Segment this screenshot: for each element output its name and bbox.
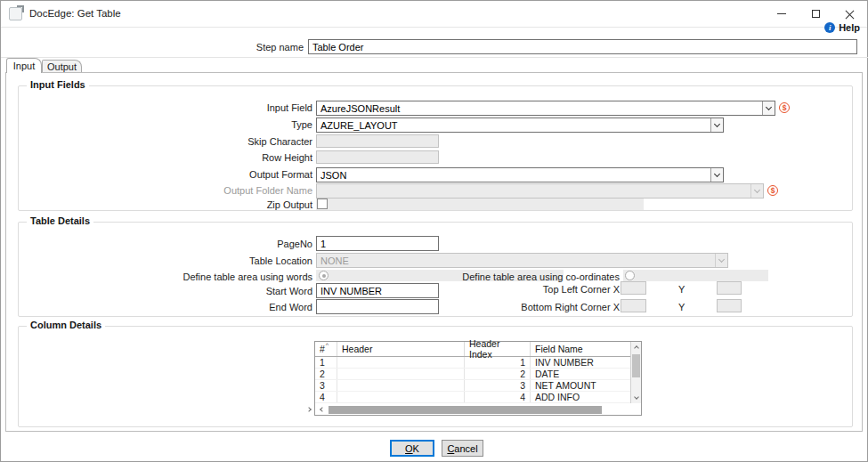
top-left-x-input <box>621 281 646 295</box>
table-row[interactable]: 1 1 INV NUMBER <box>315 357 630 369</box>
help-link[interactable]: i Help <box>824 21 860 33</box>
define-coords-label: Define table area using co-ordinates <box>402 272 620 282</box>
step-name-input[interactable] <box>308 39 857 54</box>
group-input-fields: Input Fields Input Field AzureJSONResult… <box>18 85 853 211</box>
cell-num: 1 <box>315 357 337 368</box>
row-height-label: Row Height <box>134 152 312 163</box>
zip-output-strip <box>316 199 644 210</box>
scroll-down-button[interactable] <box>631 393 641 403</box>
vertical-scroll-thumb[interactable] <box>632 354 640 377</box>
cell-num: 3 <box>315 380 337 391</box>
scroll-left-button[interactable] <box>315 404 327 415</box>
step-name-label: Step name <box>206 42 304 53</box>
header-divider <box>1 57 868 58</box>
sort-asc-icon: ^ <box>326 343 329 347</box>
define-coords-radio[interactable] <box>625 271 635 280</box>
chevron-down-icon <box>714 121 720 127</box>
output-folder-variable-icon[interactable]: $ <box>767 185 778 196</box>
ok-button[interactable]: OK <box>390 440 434 457</box>
tab-output[interactable]: Output <box>42 60 82 73</box>
grid-header-num[interactable]: # ^ <box>315 342 337 356</box>
page-no-label: PageNo <box>134 239 312 249</box>
ok-key: O <box>405 443 413 454</box>
output-folder-name-dropdown-button <box>750 184 763 198</box>
input-field-label: Input Field <box>134 102 312 113</box>
cancel-rest: ancel <box>454 443 477 454</box>
table-row[interactable]: 4 4 ADD INFO <box>315 392 630 403</box>
info-icon: i <box>824 22 835 33</box>
chevron-left-icon <box>320 407 325 412</box>
group-column-details: Column Details # ^ Header Header Index F… <box>18 326 853 427</box>
cell-field-name: ADD INFO <box>531 392 630 402</box>
cell-header <box>337 369 465 379</box>
vertical-scrollbar[interactable] <box>630 342 641 403</box>
help-label: Help <box>839 22 860 33</box>
start-word-label: Start Word <box>134 286 312 296</box>
page-no-input[interactable] <box>316 236 439 251</box>
chevron-down-icon <box>766 104 772 110</box>
cell-header-index: 4 <box>465 392 531 402</box>
output-format-label: Output Format <box>134 169 312 180</box>
title-bar: DocEdge: Get Table <box>1 1 867 28</box>
cell-num: 4 <box>315 392 337 402</box>
type-combo[interactable]: AZURE_LAYOUT <box>316 118 724 133</box>
cell-field-name: DATE <box>531 369 630 379</box>
zip-output-label: Zip Output <box>134 199 312 210</box>
cell-header-index: 2 <box>465 369 531 379</box>
grid-header-field-name[interactable]: Field Name <box>531 342 630 356</box>
cell-header <box>337 357 465 368</box>
grid-header-num-label: # <box>320 344 325 354</box>
table-row[interactable]: 2 2 DATE <box>315 369 630 380</box>
table-location-dropdown-button <box>715 254 727 267</box>
scroll-right-button[interactable] <box>304 404 315 415</box>
top-left-y-label: Y <box>678 284 689 295</box>
grid-header-header-index[interactable]: Header Index <box>465 342 531 356</box>
top-left-y-input <box>717 281 742 295</box>
table-location-combo: NONE <box>316 253 728 268</box>
grid-header-header[interactable]: Header <box>337 342 465 356</box>
cell-header <box>337 392 465 402</box>
minimize-icon <box>777 13 786 14</box>
table-location-value: NONE <box>320 255 715 266</box>
chevron-down-icon <box>718 256 725 263</box>
grid-header-row: # ^ Header Header Index Field Name <box>315 342 630 357</box>
define-words-label: Define table area using words <box>90 272 312 282</box>
bottom-right-corner-label: Bottom Right Corner X <box>397 302 620 312</box>
bottom-right-y-label: Y <box>678 302 689 312</box>
input-field-dropdown-button[interactable] <box>762 101 775 115</box>
window-title: DocEdge: Get Table <box>29 8 121 19</box>
bottom-right-y-input <box>717 299 742 312</box>
input-field-variable-icon[interactable]: $ <box>779 102 790 113</box>
group-column-details-legend: Column Details <box>27 320 105 330</box>
chevron-right-icon <box>306 407 312 412</box>
chevron-down-icon <box>754 187 760 193</box>
cell-field-name: NET AMOUNT <box>531 380 630 391</box>
zip-output-checkbox[interactable] <box>317 199 328 209</box>
chevron-up-icon <box>634 345 639 351</box>
cell-header-index: 3 <box>465 380 531 391</box>
app-icon <box>9 7 22 20</box>
row-height-input <box>316 150 439 164</box>
output-folder-name-combo <box>316 183 764 199</box>
cancel-button[interactable]: Cancel <box>442 440 483 457</box>
column-details-grid: # ^ Header Header Index Field Name 1 1 I… <box>314 341 642 416</box>
dialog-get-table: DocEdge: Get Table i Help Step name Inpu… <box>0 0 868 462</box>
output-format-dropdown-button[interactable] <box>710 168 723 182</box>
type-dropdown-button[interactable] <box>710 118 723 132</box>
table-row[interactable]: 3 3 NET AMOUNT <box>315 380 630 392</box>
output-format-combo[interactable]: JSON <box>316 167 724 182</box>
tab-input[interactable]: Input <box>6 58 42 73</box>
minimize-button[interactable] <box>767 1 797 26</box>
input-field-combo[interactable]: AzureJSONResult <box>316 101 775 116</box>
scroll-up-button[interactable] <box>631 342 641 353</box>
top-left-corner-label: Top Left Corner X <box>397 284 620 295</box>
group-table-details: Table Details PageNo Table Location NONE… <box>18 222 853 317</box>
table-location-label: Table Location <box>134 255 312 266</box>
cell-header <box>337 380 465 391</box>
cell-field-name: INV NUMBER <box>531 357 630 368</box>
skip-character-label: Skip Character <box>134 136 312 147</box>
define-words-radio[interactable] <box>319 271 329 280</box>
chevron-down-icon <box>714 171 720 177</box>
type-label: Type <box>134 119 312 130</box>
horizontal-scroll-thumb[interactable] <box>329 406 602 414</box>
